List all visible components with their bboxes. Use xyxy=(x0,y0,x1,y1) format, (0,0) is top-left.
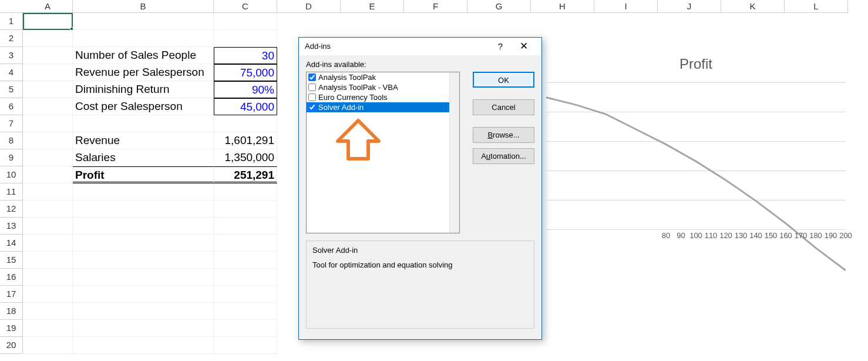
chart-x-tick: 190 xyxy=(825,231,837,240)
addin-checkbox[interactable] xyxy=(308,73,316,81)
automation-button[interactable]: Automation... xyxy=(473,148,534,164)
profit-chart[interactable]: Profit 809010011012013014015016017018019… xyxy=(540,47,852,282)
row-header-17[interactable]: 17 xyxy=(0,286,23,303)
chart-x-tick: 150 xyxy=(765,231,778,240)
addin-description-box: Solver Add-in Tool for optimization and … xyxy=(306,240,534,329)
chart-x-tick: 90 xyxy=(677,231,685,240)
row-header-10[interactable]: 10 xyxy=(0,166,23,183)
row-header-3[interactable]: 3 xyxy=(0,47,23,64)
cell-C9[interactable]: 1,350,000 xyxy=(214,149,277,166)
row-header-2[interactable]: 2 xyxy=(0,30,23,47)
cell-B5[interactable]: Diminishing Return xyxy=(73,81,214,98)
row-header-18[interactable]: 18 xyxy=(0,303,23,320)
chart-x-axis-labels: 8090100110120130140150160170180190200 xyxy=(546,231,846,243)
col-header-G[interactable]: G xyxy=(467,0,531,13)
chart-x-tick: 140 xyxy=(749,231,762,240)
addin-description-title: Solver Add-in xyxy=(312,246,528,255)
cell-C3[interactable]: 30 xyxy=(214,47,277,64)
chart-x-tick: 110 xyxy=(705,231,718,240)
col-header-I[interactable]: I xyxy=(594,0,658,13)
cancel-button[interactable]: Cancel xyxy=(473,99,534,115)
addins-listbox[interactable]: Analysis ToolPak Analysis ToolPak - VBA … xyxy=(306,72,460,233)
chart-x-tick: 130 xyxy=(735,231,748,240)
col-header-J[interactable]: J xyxy=(658,0,721,13)
chart-x-tick: 100 xyxy=(689,231,702,240)
row-headers: 1 2 3 4 5 6 7 8 9 10 11 12 13 14 15 16 1… xyxy=(0,13,23,354)
addin-checkbox[interactable] xyxy=(308,83,316,91)
listbox-scrollbar[interactable] xyxy=(449,72,459,233)
addin-item-solver[interactable]: Solver Add-in xyxy=(307,102,459,112)
addin-checkbox[interactable] xyxy=(308,93,316,101)
dialog-title: Add-ins xyxy=(305,38,331,55)
chart-x-tick: 180 xyxy=(809,231,822,240)
cell-B9[interactable]: Salaries xyxy=(73,149,214,166)
chart-x-tick: 120 xyxy=(719,231,732,240)
col-header-B[interactable]: B xyxy=(73,0,214,13)
row-header-16[interactable]: 16 xyxy=(0,269,23,286)
col-header-K[interactable]: K xyxy=(721,0,785,13)
row-header-12[interactable]: 12 xyxy=(0,200,23,218)
row-header-9[interactable]: 9 xyxy=(0,149,23,166)
row-header-14[interactable]: 14 xyxy=(0,235,23,252)
addin-item-analysis-toolpak[interactable]: Analysis ToolPak xyxy=(307,72,459,82)
row-header-7[interactable]: 7 xyxy=(0,115,23,132)
addin-description-text: Tool for optimization and equation solvi… xyxy=(312,260,528,269)
select-all-corner[interactable] xyxy=(0,0,23,13)
row-header-13[interactable]: 13 xyxy=(0,218,23,235)
chart-series-line xyxy=(546,82,846,282)
column-headers: A B C D E F G H I J K L xyxy=(0,0,868,13)
col-header-H[interactable]: H xyxy=(531,0,594,13)
row-header-15[interactable]: 15 xyxy=(0,252,23,269)
addin-item-analysis-toolpak-vba[interactable]: Analysis ToolPak - VBA xyxy=(307,82,459,92)
row-header-8[interactable]: 8 xyxy=(0,132,23,149)
addins-available-label: Add-ins available: xyxy=(306,60,534,69)
addin-checkbox[interactable] xyxy=(308,103,316,111)
addins-dialog: Add-ins ? ✕ Add-ins available: Analysis … xyxy=(298,37,542,340)
col-header-L[interactable]: L xyxy=(785,0,848,13)
chart-x-tick: 200 xyxy=(839,231,852,240)
row-header-5[interactable]: 5 xyxy=(0,81,23,98)
dialog-titlebar[interactable]: Add-ins ? ✕ xyxy=(299,38,541,55)
chart-x-tick: 170 xyxy=(795,231,808,240)
cell-B4[interactable]: Revenue per Salesperson xyxy=(73,64,214,81)
help-button[interactable]: ? xyxy=(489,38,512,55)
close-button[interactable]: ✕ xyxy=(512,38,536,55)
cell-B10[interactable]: Profit xyxy=(73,166,214,183)
cell-B3[interactable]: Number of Sales People xyxy=(73,47,214,64)
col-header-D[interactable]: D xyxy=(277,0,341,13)
chart-title: Profit xyxy=(540,56,852,72)
row-header-11[interactable]: 11 xyxy=(0,183,23,200)
cell-C10[interactable]: 251,291 xyxy=(214,166,277,183)
col-header-A[interactable]: A xyxy=(23,0,73,13)
cell-B8[interactable]: Revenue xyxy=(73,132,214,149)
row-header-6[interactable]: 6 xyxy=(0,98,23,115)
browse-button[interactable]: Browse... xyxy=(473,127,534,143)
row-header-1[interactable]: 1 xyxy=(0,13,23,30)
row-header-4[interactable]: 4 xyxy=(0,64,23,81)
cell-C4[interactable]: 75,000 xyxy=(214,64,277,81)
ok-button[interactable]: OK xyxy=(473,72,534,88)
spreadsheet-grid[interactable]: Number of Sales People 30 Revenue per Sa… xyxy=(23,13,277,354)
col-header-C[interactable]: C xyxy=(214,0,277,13)
col-header-F[interactable]: F xyxy=(404,0,467,13)
cell-C8[interactable]: 1,601,291 xyxy=(214,132,277,149)
chart-x-tick: 80 xyxy=(662,231,670,240)
addin-item-euro-currency-tools[interactable]: Euro Currency Tools xyxy=(307,92,459,102)
chart-x-tick: 160 xyxy=(779,231,792,240)
cell-B6[interactable]: Cost per Salesperson xyxy=(73,98,214,115)
col-header-E[interactable]: E xyxy=(341,0,404,13)
cell-C5[interactable]: 90% xyxy=(214,81,277,98)
row-header-20[interactable]: 20 xyxy=(0,337,23,354)
row-header-19[interactable]: 19 xyxy=(0,320,23,337)
cell-C6[interactable]: 45,000 xyxy=(214,98,277,115)
